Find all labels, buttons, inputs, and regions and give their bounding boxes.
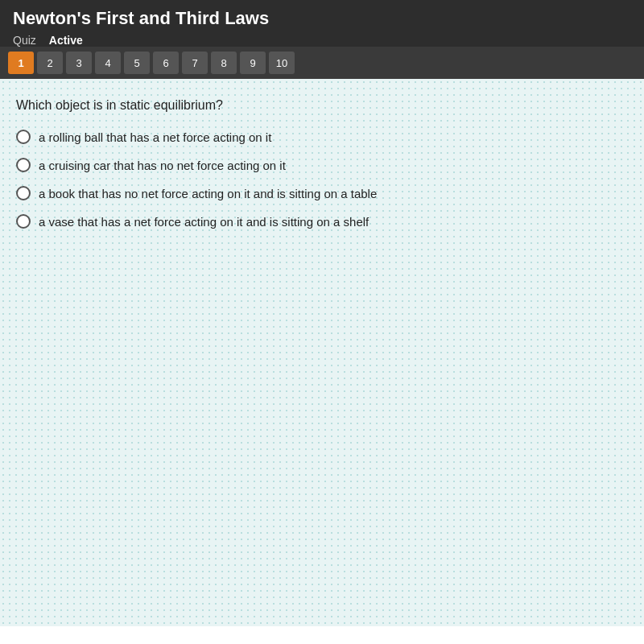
content-area: Which object is in static equilibrium? a…: [0, 79, 644, 626]
nav-btn-1[interactable]: 1: [8, 52, 34, 74]
option-label-a[interactable]: a rolling ball that has a net force acti…: [39, 129, 271, 146]
quiz-label: Quiz: [13, 34, 36, 47]
header-title: Newton's First and Third Laws: [13, 8, 631, 34]
header-meta: Quiz Active: [13, 34, 631, 47]
nav-btn-6[interactable]: 6: [153, 52, 179, 74]
nav-btn-10[interactable]: 10: [269, 52, 295, 74]
question-text: Which object is in static equilibrium?: [16, 98, 628, 113]
nav-btn-9[interactable]: 9: [240, 52, 266, 74]
nav-btn-2[interactable]: 2: [37, 52, 63, 74]
option-radio-a[interactable]: [16, 130, 31, 144]
option-radio-c[interactable]: [16, 186, 31, 200]
option-label-d[interactable]: a vase that has a net force acting on it…: [39, 213, 369, 230]
nav-btn-8[interactable]: 8: [211, 52, 237, 74]
nav-btn-7[interactable]: 7: [182, 52, 208, 74]
nav-btn-5[interactable]: 5: [124, 52, 150, 74]
option-radio-b[interactable]: [16, 158, 31, 172]
nav-btn-3[interactable]: 3: [66, 52, 92, 74]
option-item-b[interactable]: a cruising car that has no net force act…: [16, 157, 628, 174]
option-label-c[interactable]: a book that has no net force acting on i…: [39, 185, 377, 202]
option-item-c[interactable]: a book that has no net force acting on i…: [16, 185, 628, 202]
question-nav: 1 2 3 4 5 6 7 8 9 10: [0, 47, 644, 79]
status-badge: Active: [49, 34, 83, 47]
option-item-a[interactable]: a rolling ball that has a net force acti…: [16, 129, 628, 146]
nav-btn-4[interactable]: 4: [95, 52, 121, 74]
option-label-b[interactable]: a cruising car that has no net force act…: [39, 157, 286, 174]
options-list: a rolling ball that has a net force acti…: [16, 129, 628, 230]
option-item-d[interactable]: a vase that has a net force acting on it…: [16, 213, 628, 230]
option-radio-d[interactable]: [16, 214, 31, 229]
header: Newton's First and Third Laws Quiz Activ…: [0, 0, 644, 47]
